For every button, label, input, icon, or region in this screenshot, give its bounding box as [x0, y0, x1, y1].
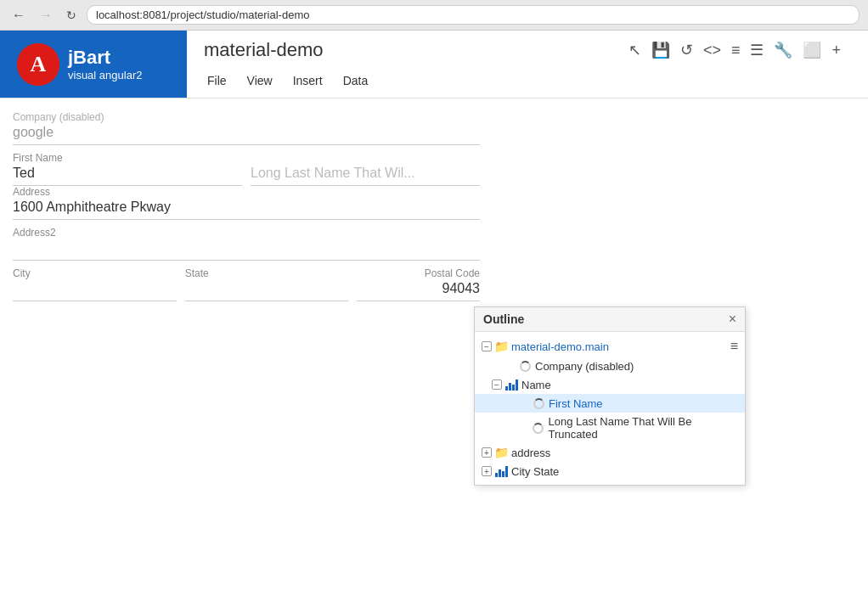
spinner-icon-company: [518, 359, 532, 373]
outline-close-button[interactable]: ×: [729, 312, 736, 326]
company-value[interactable]: google: [13, 125, 480, 145]
postal-label: Postal Code: [357, 267, 480, 279]
city-field: City: [13, 267, 177, 301]
last-name-field: Long Last Name That Wil...: [251, 152, 480, 186]
logo-text: jBart visual angular2: [68, 47, 142, 81]
first-name-field: First Name Ted: [13, 152, 242, 186]
reload-icon[interactable]: ↺: [679, 39, 695, 61]
label-company: Company (disabled): [535, 360, 634, 373]
address-bar[interactable]: localhost:8081/project/studio/material-d…: [87, 5, 860, 25]
menu-data[interactable]: Data: [340, 72, 372, 89]
toggle-name[interactable]: −: [492, 379, 502, 390]
outline-item-address[interactable]: + 📁 address: [475, 443, 745, 462]
postal-value[interactable]: 94043: [357, 281, 480, 301]
logo-letter: A: [31, 52, 47, 77]
form-area: Company (disabled) google First Name Ted…: [8, 107, 484, 306]
reload-button[interactable]: ↻: [63, 7, 80, 24]
address2-value[interactable]: [13, 240, 480, 261]
export-icon[interactable]: ⬜: [801, 39, 823, 61]
menu-view[interactable]: View: [244, 72, 276, 89]
code-icon[interactable]: <>: [702, 40, 723, 61]
outline-item-city-state[interactable]: + City State: [475, 462, 745, 481]
bars-icon-city-state: [494, 464, 508, 478]
outline-header: Outline ×: [475, 307, 745, 332]
folder-icon-address: 📁: [494, 446, 508, 459]
app-header: A jBart visual angular2 material-demo ↖ …: [0, 31, 868, 98]
company-label: Company (disabled): [13, 111, 480, 123]
address2-label: Address2: [13, 227, 480, 239]
outline-title: Outline: [483, 312, 524, 326]
save-icon[interactable]: 💾: [650, 39, 672, 61]
address2-field-group: Address2: [13, 227, 480, 261]
outline-item-company[interactable]: Company (disabled): [475, 357, 745, 375]
main-content: Company (disabled) google First Name Ted…: [0, 98, 868, 607]
cursor-icon[interactable]: ↖: [627, 39, 643, 61]
forward-button[interactable]: →: [36, 6, 56, 25]
postal-field: Postal Code 94043: [357, 267, 480, 301]
menu-file[interactable]: File: [204, 72, 230, 89]
last-name-label: [251, 152, 480, 164]
address-field-group: Address 1600 Amphitheatre Pkway: [13, 186, 480, 220]
label-material-demo-main: material-demo.main: [511, 340, 609, 353]
logo-area: A jBart visual angular2: [0, 31, 187, 98]
back-button[interactable]: ←: [8, 6, 29, 25]
toolbar-icons: ↖ 💾 ↺ <> ≡ ☰ 🔧 ⬜ +: [627, 39, 851, 61]
state-label: State: [185, 267, 349, 279]
address-value[interactable]: 1600 Amphitheatre Pkway: [13, 200, 480, 220]
folder-icon-material-demo-main: 📁: [494, 340, 508, 353]
brand-name: jBart: [68, 47, 142, 69]
outline-panel: Outline × − 📁 material-demo.main ≡ Compa…: [474, 306, 746, 486]
first-name-label: First Name: [13, 152, 242, 164]
first-name-value[interactable]: Ted: [13, 166, 242, 186]
toggle-address[interactable]: +: [482, 447, 492, 458]
toggle-city-state[interactable]: +: [482, 466, 492, 476]
city-label: City: [13, 267, 177, 279]
header-right: material-demo ↖ 💾 ↺ <> ≡ ☰ 🔧 ⬜ + File Vi…: [187, 31, 868, 98]
label-name: Name: [521, 379, 551, 391]
spinner-icon-first-name: [532, 396, 545, 410]
label-last-name: Long Last Name That Will Be Truncated: [549, 415, 738, 441]
bars-icon-name: [504, 378, 518, 391]
add-icon[interactable]: +: [830, 40, 843, 61]
outline-item-material-demo-main[interactable]: − 📁 material-demo.main ≡: [475, 336, 745, 357]
city-state-postal-row: City State Postal Code 94043: [13, 267, 480, 301]
browser-chrome: ← → ↻ localhost:8081/project/studio/mate…: [0, 0, 868, 31]
settings-icon[interactable]: 🔧: [772, 39, 794, 61]
format-icon[interactable]: ≡: [730, 40, 742, 61]
outline-item-last-name[interactable]: Long Last Name That Will Be Truncated: [475, 413, 745, 443]
label-city-state: City State: [511, 465, 559, 478]
company-field-group: Company (disabled) google: [13, 111, 480, 145]
address-label: Address: [13, 186, 480, 198]
last-name-value[interactable]: Long Last Name That Wil...: [251, 166, 480, 186]
outline-body: − 📁 material-demo.main ≡ Company (disabl…: [475, 332, 745, 485]
angular-logo: A: [17, 43, 59, 86]
toggle-material-demo-main[interactable]: −: [482, 341, 492, 351]
state-field: State: [185, 267, 349, 301]
menu-insert[interactable]: Insert: [290, 72, 326, 89]
spinner-icon-last-name: [532, 421, 545, 435]
list-icon[interactable]: ☰: [748, 39, 765, 61]
city-value[interactable]: [13, 281, 177, 301]
state-value[interactable]: [185, 281, 349, 301]
brand-subtitle: visual angular2: [68, 69, 142, 81]
menu-bar: File View Insert Data: [204, 72, 851, 89]
app-title: material-demo: [204, 39, 324, 61]
outline-item-first-name[interactable]: First Name: [475, 394, 745, 413]
label-first-name: First Name: [549, 397, 603, 410]
name-row: First Name Ted Long Last Name That Wil..…: [13, 152, 480, 186]
label-address: address: [511, 447, 550, 459]
outline-item-name[interactable]: − Name: [475, 375, 745, 394]
